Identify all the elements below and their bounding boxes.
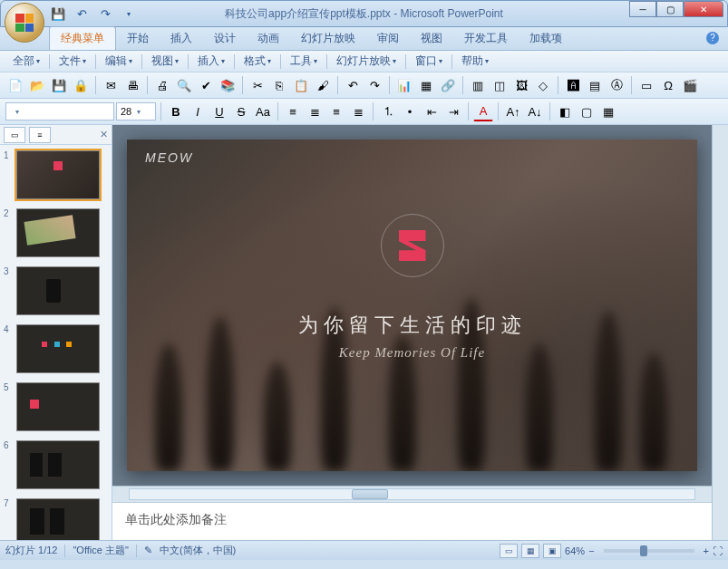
- textbox-icon[interactable]: 🅰: [563, 75, 583, 95]
- copy-icon[interactable]: ⎘: [269, 75, 289, 95]
- tab-design[interactable]: 设计: [203, 27, 247, 50]
- symbol-icon[interactable]: Ω: [658, 75, 678, 95]
- tab-addins[interactable]: 加载项: [519, 27, 573, 50]
- print-icon[interactable]: 🖨: [152, 75, 172, 95]
- menu-insert[interactable]: 插入▾: [192, 52, 230, 71]
- grow-font-icon[interactable]: A↑: [503, 101, 523, 121]
- menu-file[interactable]: 文件▾: [53, 52, 92, 71]
- redo-icon[interactable]: ↷: [364, 75, 384, 95]
- tab-slideshow[interactable]: 幻灯片放映: [290, 27, 366, 50]
- zoom-in-icon[interactable]: +: [704, 545, 709, 556]
- font-family-combo[interactable]: ▾: [5, 102, 114, 121]
- slide-canvas[interactable]: MEOW 为你留下生活的印迹 Keep Memories Of Life: [127, 140, 697, 471]
- bold-icon[interactable]: B: [166, 101, 186, 121]
- tab-home[interactable]: 开始: [116, 27, 160, 50]
- indent-inc-icon[interactable]: ⇥: [443, 101, 463, 121]
- slides-tab[interactable]: ▭: [4, 127, 25, 143]
- chart-icon[interactable]: 📊: [394, 75, 414, 95]
- quickprint-icon[interactable]: 🖶: [122, 75, 142, 95]
- thumbnail-7[interactable]: [16, 498, 100, 540]
- align-center-icon[interactable]: ≣: [305, 101, 325, 121]
- thumbnail-4[interactable]: [16, 324, 100, 373]
- tables-icon[interactable]: ▥: [468, 75, 488, 95]
- research-icon[interactable]: 📚: [218, 75, 238, 95]
- thumbnail-3[interactable]: [16, 266, 100, 315]
- email-icon[interactable]: ✉: [101, 75, 121, 95]
- spell-icon[interactable]: ✔: [196, 75, 216, 95]
- undo-icon[interactable]: ↶: [343, 75, 363, 95]
- underline-icon[interactable]: U: [209, 101, 229, 121]
- permission-icon[interactable]: 🔒: [71, 75, 91, 95]
- wordart-icon[interactable]: Ⓐ: [607, 75, 626, 95]
- help-icon[interactable]: ?: [706, 32, 719, 44]
- sorter-view-icon[interactable]: ▦: [521, 544, 539, 558]
- thumbnail-2[interactable]: [16, 208, 100, 257]
- preview-icon[interactable]: 🔍: [174, 75, 194, 95]
- menu-view[interactable]: 视图▾: [146, 52, 184, 71]
- movie-icon[interactable]: 🎬: [680, 75, 700, 95]
- notes-pane[interactable]: 单击此处添加备注: [112, 502, 712, 540]
- status-language[interactable]: 中文(简体，中国): [160, 544, 236, 557]
- fit-icon[interactable]: ⛶: [713, 545, 723, 556]
- table-icon[interactable]: ▦: [416, 75, 436, 95]
- font-color-icon[interactable]: A: [473, 101, 493, 121]
- tab-devtools[interactable]: 开发工具: [453, 27, 519, 50]
- align-right-icon[interactable]: ≡: [326, 101, 346, 121]
- tab-animation[interactable]: 动画: [247, 27, 290, 50]
- slide-area[interactable]: MEOW 为你留下生活的印迹 Keep Memories Of Life: [112, 125, 712, 486]
- menu-edit[interactable]: 编辑▾: [100, 52, 138, 71]
- tab-insert[interactable]: 插入: [160, 27, 203, 50]
- office-button[interactable]: [5, 3, 44, 43]
- spellcheck-icon[interactable]: ✎: [144, 545, 152, 556]
- design-icon[interactable]: ◧: [555, 101, 575, 121]
- thumbnail-5[interactable]: [16, 382, 100, 431]
- menu-slideshow[interactable]: 幻灯片放映▾: [331, 52, 402, 71]
- zoom-out-icon[interactable]: −: [588, 545, 594, 556]
- menu-help[interactable]: 帮助▾: [456, 52, 494, 71]
- align-left-icon[interactable]: ≡: [283, 101, 303, 121]
- picture-icon[interactable]: 🖼: [511, 75, 531, 95]
- changecase-icon[interactable]: Aa: [253, 101, 273, 121]
- format-painter-icon[interactable]: 🖌: [313, 75, 333, 95]
- tab-classic-menu[interactable]: 经典菜单: [49, 26, 116, 50]
- shrink-font-icon[interactable]: A↓: [525, 101, 545, 121]
- new-icon[interactable]: 📄: [5, 75, 25, 95]
- zoom-value[interactable]: 64%: [565, 545, 585, 556]
- newslide-icon[interactable]: ▢: [577, 101, 597, 121]
- redo-icon[interactable]: ↷: [97, 5, 113, 22]
- zoom-slider[interactable]: [604, 549, 694, 553]
- thumbnail-6[interactable]: [16, 440, 100, 489]
- save-icon[interactable]: 💾: [49, 75, 69, 95]
- maximize-button[interactable]: ▢: [656, 1, 684, 17]
- vertical-scrollbar[interactable]: [712, 125, 728, 540]
- menu-all[interactable]: 全部▾: [7, 52, 45, 71]
- save-icon[interactable]: 💾: [50, 5, 66, 22]
- layout-icon[interactable]: ▦: [598, 101, 618, 121]
- open-icon[interactable]: 📂: [27, 75, 47, 95]
- justify-icon[interactable]: ≣: [348, 101, 368, 121]
- normal-view-icon[interactable]: ▭: [500, 544, 518, 558]
- font-size-combo[interactable]: 28▾: [116, 102, 156, 121]
- qat-more-icon[interactable]: ▾: [121, 5, 137, 22]
- minimize-button[interactable]: ─: [629, 1, 656, 17]
- cut-icon[interactable]: ✂: [248, 75, 267, 95]
- italic-icon[interactable]: I: [188, 101, 208, 121]
- panel-close-icon[interactable]: ✕: [100, 129, 108, 140]
- indent-dec-icon[interactable]: ⇤: [422, 101, 442, 121]
- menu-window[interactable]: 窗口▾: [410, 52, 448, 71]
- numbering-icon[interactable]: ⒈: [378, 101, 398, 121]
- shapes-icon[interactable]: ◇: [533, 75, 553, 95]
- header-icon[interactable]: ▤: [585, 75, 605, 95]
- slide-icon[interactable]: ▭: [636, 75, 656, 95]
- bullets-icon[interactable]: •: [400, 101, 420, 121]
- outline-tab[interactable]: ≡: [29, 127, 51, 143]
- close-button[interactable]: ✕: [684, 1, 723, 17]
- hyperlink-icon[interactable]: 🔗: [438, 75, 458, 95]
- strike-icon[interactable]: S: [231, 101, 251, 121]
- menu-format[interactable]: 格式▾: [238, 52, 277, 71]
- menu-tools[interactable]: 工具▾: [285, 52, 323, 71]
- slideshow-view-icon[interactable]: ▣: [543, 544, 561, 558]
- thumbnail-1[interactable]: [16, 150, 100, 199]
- paste-icon[interactable]: 📋: [291, 75, 311, 95]
- undo-icon[interactable]: ↶: [73, 5, 90, 22]
